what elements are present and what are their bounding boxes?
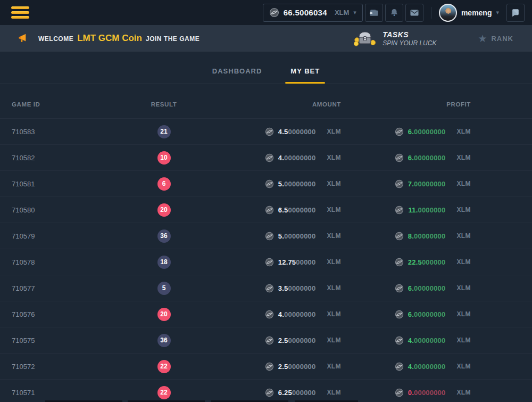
menu-icon[interactable]: [11, 6, 29, 19]
wallet-button[interactable]: [365, 4, 383, 22]
profit-currency: XLM: [456, 154, 471, 161]
tab-my-bet[interactable]: MY BET: [285, 67, 325, 84]
profit-currency: XLM: [456, 310, 471, 318]
amount-currency: XLM: [327, 128, 341, 135]
profit-value: 6.00000000: [408, 154, 446, 162]
announcement-banner: WELCOME LMT GCM Coin JOIN THE GAME TASKS…: [0, 25, 532, 52]
column-result: RESULT: [151, 101, 177, 108]
result-badge: 36: [157, 229, 171, 243]
amount-cell: 4.00000000 XLM: [265, 310, 341, 319]
result-badge: 36: [157, 334, 171, 347]
profit-currency: XLM: [456, 180, 471, 187]
welcome-highlight: LMT GCM Coin: [77, 33, 142, 44]
username: memeng: [461, 9, 492, 17]
amount-currency: XLM: [327, 284, 341, 292]
profit-currency: XLM: [456, 258, 471, 266]
notifications-button[interactable]: [385, 4, 403, 22]
column-amount: AMOUNT: [312, 101, 341, 108]
table-row: 710579 36 5.00000000 XLM 8.00000000 XLM: [0, 223, 532, 249]
chevron-down-icon: ▾: [353, 10, 356, 15]
amount-value: 4.50000000: [278, 128, 316, 136]
coin-icon: [395, 153, 404, 162]
profit-cell: 6.00000000 XLM: [395, 310, 471, 319]
coin-icon: [265, 362, 274, 371]
profit-cell: 7.00000000 XLM: [395, 179, 471, 188]
chat-button[interactable]: [506, 4, 525, 22]
profit-currency: XLM: [456, 284, 471, 292]
amount-value: 5.00000000: [278, 232, 316, 240]
chevron-down-icon: ▾: [496, 10, 499, 15]
game-id: 710579: [0, 232, 128, 240]
table-row: 710576 20 4.00000000 XLM 6.00000000 XLM: [0, 301, 532, 327]
wallet-icon: [369, 7, 379, 18]
coin-icon: [265, 258, 274, 267]
coin-icon: [395, 179, 404, 188]
column-profit: PROFIT: [446, 101, 471, 108]
result-badge: 20: [157, 308, 171, 321]
star-icon: ★: [478, 34, 487, 44]
rank-label: RANK: [491, 35, 513, 43]
table-row: 710577 5 3.50000000 XLM 6.00000000 XLM: [0, 275, 532, 301]
balance-selector[interactable]: 66.5006034 XLM ▾: [263, 4, 363, 22]
amount-currency: XLM: [327, 154, 341, 161]
amount-currency: XLM: [327, 258, 341, 266]
mail-icon: [409, 7, 420, 18]
table-row: 710571 22 6.25000000 XLM 0.00000000 XLM: [0, 380, 532, 402]
welcome-message: WELCOME LMT GCM Coin JOIN THE GAME: [38, 33, 200, 44]
tasks-button[interactable]: TASKS SPIN YOUR LUCK: [354, 29, 436, 47]
amount-cell: 6.25000000 XLM: [265, 388, 341, 397]
profit-value: 6.00000000: [408, 284, 446, 292]
rank-button[interactable]: ★ RANK: [478, 34, 513, 44]
profit-value: 7.00000000: [408, 180, 446, 188]
table-row: 710582 10 4.00000000 XLM 6.00000000 XLM: [0, 145, 532, 171]
profit-cell: 8.00000000 XLM: [395, 232, 471, 241]
result-badge: 5: [157, 282, 171, 295]
bet-table-body: 710583 21 4.50000000 XLM 6.00000000 XLM …: [0, 119, 532, 402]
amount-cell: 12.7500000 XLM: [265, 258, 341, 267]
result-badge: 22: [157, 360, 171, 373]
profit-cell: 4.00000000 XLM: [395, 362, 471, 371]
profit-cell: 6.00000000 XLM: [395, 284, 471, 293]
profit-currency: XLM: [456, 232, 471, 240]
profit-value: 6.00000000: [408, 128, 446, 136]
coin-icon: [395, 388, 404, 397]
game-id: 710576: [0, 310, 128, 318]
amount-cell: 4.50000000 XLM: [265, 127, 341, 136]
chat-icon: [510, 7, 521, 18]
profit-value: 11.0000000: [408, 206, 445, 214]
user-menu[interactable]: memeng ▾: [439, 4, 499, 22]
profit-value: 4.00000000: [408, 363, 446, 371]
game-id: 710582: [0, 154, 128, 162]
table-header: GAME ID RESULT AMOUNT PROFIT: [0, 84, 532, 119]
amount-value: 6.25000000: [278, 389, 316, 397]
welcome-prefix: WELCOME: [38, 35, 73, 43]
game-id: 710577: [0, 284, 128, 292]
coin-icon: [395, 232, 404, 241]
profit-cell: 11.0000000 XLM: [395, 206, 471, 215]
amount-cell: 6.50000000 XLM: [265, 206, 341, 215]
amount-cell: 5.00000000 XLM: [265, 232, 341, 241]
coin-icon: [265, 388, 274, 397]
coin-icon: [395, 310, 404, 319]
table-row: 710581 6 5.00000000 XLM 7.00000000 XLM: [0, 171, 532, 197]
profit-cell: 22.5000000 XLM: [395, 258, 471, 267]
profit-currency: XLM: [456, 363, 471, 370]
welcome-suffix: JOIN THE GAME: [146, 35, 200, 43]
tab-dashboard[interactable]: DASHBOARD: [207, 67, 268, 84]
result-badge: 21: [157, 125, 171, 138]
table-row: 710572 22 2.50000000 XLM 4.00000000 XLM: [0, 354, 532, 380]
messages-button[interactable]: [405, 4, 423, 22]
profit-value: 0.00000000: [408, 389, 446, 397]
profit-cell: 6.00000000 XLM: [395, 153, 471, 162]
game-id: 710580: [0, 206, 128, 214]
amount-value: 2.50000000: [278, 363, 316, 371]
amount-currency: XLM: [327, 206, 341, 214]
coin-icon: [395, 362, 404, 371]
table-row: 710575 36 2.50000000 XLM 4.00000000 XLM: [0, 327, 532, 354]
game-id: 710571: [0, 389, 128, 397]
coin-icon: [265, 206, 274, 215]
result-badge: 6: [157, 177, 171, 191]
game-id: 710575: [0, 337, 128, 344]
coin-icon: [265, 179, 274, 188]
coin-icon: [265, 310, 274, 319]
